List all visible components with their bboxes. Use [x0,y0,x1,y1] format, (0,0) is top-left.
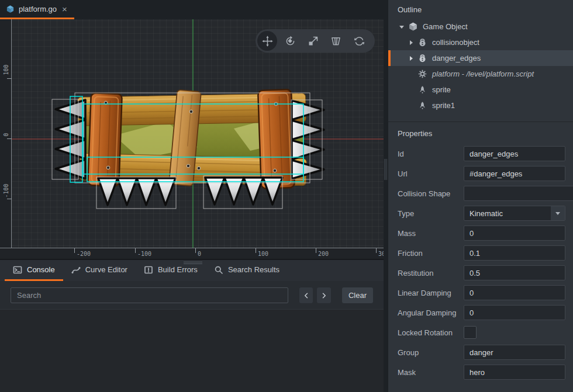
curve-icon [71,265,81,275]
outline-item-sprite1[interactable]: sprite1 [388,98,573,113]
frustum-tool-button[interactable] [326,31,346,51]
editor-column: platform.go × [0,0,384,392]
reload-icon [353,35,365,47]
ruler-x-label: 0 [198,251,201,257]
type-value: Kinematic [464,209,551,218]
search-input[interactable] [11,287,288,303]
property-label: Friction [398,249,464,258]
property-row-url: Url [388,166,573,181]
chevron-left-icon [303,292,310,299]
property-row-group: Group [388,345,573,360]
reload-tool-button[interactable] [349,31,369,51]
outline-item-sprite[interactable]: sprite [388,82,573,98]
script-gear-icon [417,69,427,79]
collision-object-icon [417,37,427,47]
outline-item-label: collisionobject [432,38,479,47]
chevron-down-icon[interactable] [399,24,405,30]
ruler-x-label: 30 [378,251,384,257]
tab-console[interactable]: Console [5,260,63,281]
url-field[interactable] [464,166,565,181]
tab-label: Build Errors [158,265,198,274]
outline-tree: Game Object collisionobject danger_e [388,19,573,117]
collision-shape-field[interactable] [464,186,573,201]
console-output[interactable] [0,309,384,392]
scene-view[interactable]: 100 0 -100 -200 -100 0 100 200 30 [0,19,384,259]
friction-field[interactable] [464,245,565,261]
terminal-icon [13,265,22,275]
property-row-mask: Mask [388,365,573,380]
linear-damping-field[interactable] [464,285,565,300]
rotate-tool-button[interactable] [280,31,300,51]
property-row-linear-damping: Linear Damping [388,285,573,300]
scale-icon [307,35,319,47]
close-icon[interactable]: × [62,5,67,13]
outline-item-label: platform - /level/platform.script [432,70,534,78]
rotate-icon [284,35,296,47]
scale-tool-button[interactable] [303,31,323,51]
tab-search-results[interactable]: Search Results [206,260,288,281]
mass-field[interactable] [464,226,565,241]
property-label: Locked Rotation [398,328,464,337]
vertical-splitter[interactable] [384,0,388,392]
property-label: Mask [398,368,464,377]
bottom-tab-strip: Console Curve Editor Build Errors [0,260,384,281]
locked-rotation-checkbox[interactable] [464,326,477,339]
property-label: Linear Damping [398,289,464,297]
tab-label: Console [27,265,55,274]
chevron-right-icon[interactable] [408,40,414,46]
chevron-right-icon[interactable] [408,55,414,61]
outline-item-danger-edges[interactable]: danger_edges [388,50,573,66]
restitution-field[interactable] [464,265,565,280]
build-errors-icon [144,265,153,275]
type-dropdown[interactable]: Kinematic [464,206,565,221]
tab-curve-editor[interactable]: Curve Editor [63,260,136,281]
properties-title: Properties [388,122,573,146]
tab-label: Search Results [228,265,279,274]
collision-object-icon [417,53,427,63]
property-row-id: Id [388,146,573,161]
property-label: Angular Damping [398,308,464,317]
panel-resize-handle[interactable] [184,262,202,265]
cube-icon [408,22,418,32]
property-label: Collision Shape [398,189,464,198]
ruler-x-label: -200 [77,251,91,257]
tab-title: platform.go [19,5,57,13]
tab-platform-go[interactable]: platform.go × [0,0,74,19]
scene-canvas [0,19,384,259]
property-label: Url [398,169,464,178]
frustum-icon [330,35,342,47]
bottom-left-spikes [98,178,175,205]
cube-icon [6,5,15,13]
editor-tab-bar: platform.go × [0,0,384,19]
clear-button[interactable]: Clear [342,287,373,303]
outline-item-game-object[interactable]: Game Object [388,19,573,34]
property-label: Group [398,348,464,357]
chevron-right-icon [320,292,327,299]
ruler-y-label: 100 [3,66,9,75]
ruler-y-label: -100 [3,189,9,198]
id-field[interactable] [464,146,565,161]
ruler-x-label: 200 [318,251,329,257]
angular-damping-field[interactable] [464,305,565,320]
mask-field[interactable] [464,365,565,380]
move-tool-button[interactable] [257,31,277,51]
outline-item-label: sprite [432,85,451,94]
chevron-down-icon [555,210,561,216]
next-match-button[interactable] [317,287,331,303]
search-icon [214,265,223,275]
outline-item-label: danger_edges [432,54,481,63]
outline-item-platform-script[interactable]: platform - /level/platform.script [388,66,573,82]
property-row-restitution: Restitution [388,265,573,280]
group-field[interactable] [464,345,565,360]
ruler-x-label: 100 [258,251,268,257]
property-row-locked-rotation: Locked Rotation [388,325,573,340]
ruler-x-label: -100 [137,251,151,257]
outline-item-label: Game Object [423,22,468,31]
sprite-icon [417,100,427,110]
vertical-ruler: 100 0 -100 [0,19,12,248]
outline-item-collisionobject[interactable]: collisionobject [388,34,573,50]
prev-match-button[interactable] [299,287,313,303]
outline-title: Outline [388,0,573,19]
property-label: Restitution [398,269,464,277]
outline-item-label: sprite1 [432,101,455,110]
